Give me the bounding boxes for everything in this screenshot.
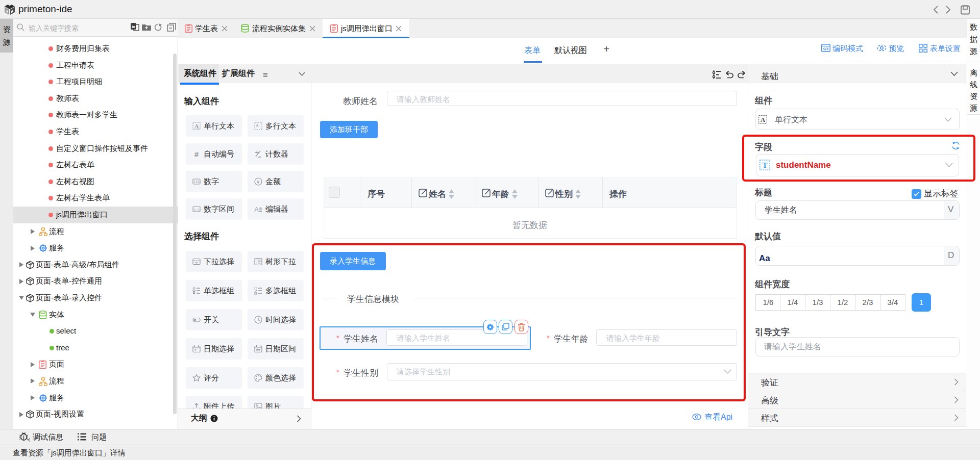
svg-text:A: A bbox=[194, 123, 199, 130]
svg-text:A: A bbox=[761, 116, 765, 123]
svg-text:in: in bbox=[132, 25, 135, 29]
svg-text:A: A bbox=[254, 206, 258, 213]
svg-text:¥: ¥ bbox=[256, 178, 260, 184]
svg-text:A: A bbox=[256, 123, 259, 128]
svg-text:1~3: 1~3 bbox=[194, 208, 200, 211]
svg-text:#: # bbox=[194, 150, 199, 158]
svg-text:123: 123 bbox=[194, 180, 200, 184]
